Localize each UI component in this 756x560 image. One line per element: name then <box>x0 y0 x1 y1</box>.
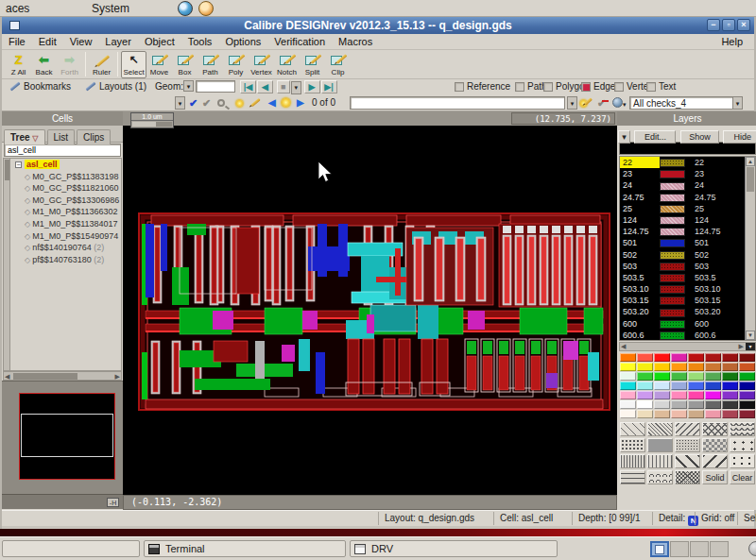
palette-color[interactable] <box>705 353 721 362</box>
tree-item[interactable]: ◇M0_GC_P$$11821060 <box>4 182 121 195</box>
layer-row-124.75[interactable]: 124.75124.75 <box>620 226 755 237</box>
layer-row-24[interactable]: 2424 <box>620 179 755 191</box>
pattern-swatch[interactable] <box>730 438 755 452</box>
palette-color[interactable] <box>637 410 653 418</box>
palette-color[interactable] <box>722 410 738 418</box>
layer-row-24.75[interactable]: 24.7524.75 <box>620 192 755 203</box>
layer-row-600[interactable]: 600600 <box>620 318 755 330</box>
nav-stop-button[interactable]: ■ <box>277 80 290 93</box>
pattern-swatch[interactable] <box>702 422 728 436</box>
layer-row-124[interactable]: 124124 <box>620 214 755 226</box>
search-icon[interactable] <box>217 96 225 110</box>
taskbar-terminal-button[interactable]: Terminal <box>144 540 346 557</box>
tree-item[interactable]: ◇M1_M0_P$$11384017 <box>4 218 121 230</box>
palette-color[interactable] <box>620 363 636 371</box>
menu-help[interactable]: Help <box>715 34 748 49</box>
layer-row-22[interactable]: 2222 <box>620 157 755 168</box>
layer-swatch[interactable] <box>660 274 685 282</box>
clip-button[interactable]: Clip <box>325 51 351 78</box>
solid-button[interactable]: Solid <box>702 470 728 484</box>
layer-row-503[interactable]: 503503 <box>620 261 755 272</box>
palette-color[interactable] <box>620 372 636 381</box>
palette-color[interactable] <box>722 400 738 409</box>
minimize-button[interactable]: − <box>707 19 720 31</box>
palette-color[interactable] <box>654 391 670 399</box>
menu-verification[interactable]: Verification <box>267 34 332 49</box>
path-button[interactable]: Path <box>198 51 223 78</box>
layout-canvas[interactable] <box>123 126 617 495</box>
cell-tree[interactable]: −asl_cell◇M0_GC_P$$11383198◇M0_GC_P$$118… <box>3 158 122 371</box>
layer-swatch[interactable] <box>660 251 685 260</box>
box-button[interactable]: Box <box>172 51 198 78</box>
tree-item-root[interactable]: −asl_cell <box>4 159 121 171</box>
layers-hide-button[interactable]: Hide <box>723 130 756 144</box>
palette-color[interactable] <box>620 353 636 362</box>
layer-row-501[interactable]: 501501 <box>620 237 755 248</box>
palette-color[interactable] <box>637 353 653 362</box>
palette-color[interactable] <box>739 391 755 399</box>
help-mascot-icon[interactable] <box>198 1 214 16</box>
layer-row-502[interactable]: 502502 <box>620 249 755 261</box>
layer-swatch[interactable] <box>660 170 685 178</box>
checkbox-vertex[interactable] <box>614 82 624 92</box>
menu-view[interactable]: View <box>63 34 99 49</box>
layers-horizontal-scrollbar[interactable]: ◀ ▶ ▾ <box>619 342 756 351</box>
z-all-button[interactable]: ZZ All <box>6 51 31 78</box>
palette-color[interactable] <box>637 363 653 371</box>
layer-swatch[interactable] <box>660 159 685 167</box>
checkbox-reference[interactable] <box>455 82 464 92</box>
palette-color[interactable] <box>620 410 636 418</box>
desktop-menu-system[interactable]: System <box>88 1 133 16</box>
layers-list-dropdown[interactable]: ▾ <box>746 343 755 350</box>
palette-color[interactable] <box>620 382 636 390</box>
checkbox-polygon[interactable] <box>543 82 553 92</box>
palette-color[interactable] <box>654 410 670 418</box>
checkbox-edge[interactable] <box>581 82 591 92</box>
pattern-swatch[interactable] <box>702 438 728 452</box>
palette-color[interactable] <box>637 372 653 381</box>
palette-color[interactable] <box>671 363 687 371</box>
window-menu-icon[interactable] <box>9 21 20 30</box>
checkbox-text[interactable] <box>646 82 656 92</box>
highlight-add-icon[interactable] <box>236 96 243 110</box>
palette-color[interactable] <box>739 382 755 390</box>
palette-color[interactable] <box>705 391 721 399</box>
layer-row-503.15[interactable]: 503.15503.15 <box>620 295 755 306</box>
tab-clips[interactable]: Clips <box>77 129 111 144</box>
layer-swatch[interactable] <box>660 205 685 213</box>
tray-icon[interactable] <box>748 541 756 556</box>
checks-combo-arrow[interactable]: ▾ <box>732 96 743 110</box>
menu-edit[interactable]: Edit <box>32 34 63 49</box>
menu-file[interactable]: File <box>2 34 32 49</box>
palette-color[interactable] <box>722 363 738 371</box>
layer-swatch[interactable] <box>660 228 685 236</box>
palette-color[interactable] <box>739 363 755 371</box>
pattern-swatch[interactable] <box>702 454 728 468</box>
pattern-swatch[interactable] <box>647 422 673 436</box>
nav-stop-dropdown[interactable]: ▾ <box>291 81 301 94</box>
taskbar-empty-button[interactable] <box>2 540 140 557</box>
geom-field[interactable] <box>196 80 235 93</box>
layers-combo-arrow[interactable]: ▾ <box>618 130 630 144</box>
palette-color[interactable] <box>739 372 755 381</box>
tree-item[interactable]: ◇M1_M0_P$$11366302 <box>4 206 121 218</box>
palette-color[interactable] <box>688 400 704 409</box>
ruler-button[interactable]: Ruler <box>89 51 114 78</box>
palette-color[interactable] <box>739 410 755 418</box>
nav-first-button[interactable]: |◀ <box>240 80 256 93</box>
vertex-button[interactable]: Vertex <box>249 51 274 78</box>
tree-horizontal-scrollbar[interactable]: ◀▶ <box>3 371 122 381</box>
layer-swatch[interactable] <box>660 182 685 191</box>
clear-button[interactable]: Clear <box>730 470 755 484</box>
pattern-swatch[interactable] <box>730 454 755 468</box>
back-button[interactable]: ⬅Back <box>31 51 57 78</box>
check-blue-icon[interactable]: ✔ <box>189 96 198 110</box>
layer-swatch[interactable] <box>660 297 685 305</box>
palette-color[interactable] <box>705 400 721 409</box>
result-combo-arrow[interactable]: ▾ <box>567 96 577 110</box>
tree-item[interactable]: ◇pf$$140763180 (2) <box>4 254 121 266</box>
close-button[interactable]: × <box>737 19 750 31</box>
browser-icon[interactable] <box>178 1 193 16</box>
checkbox-path[interactable] <box>515 82 524 92</box>
select-button[interactable]: ↖Select <box>121 51 146 78</box>
